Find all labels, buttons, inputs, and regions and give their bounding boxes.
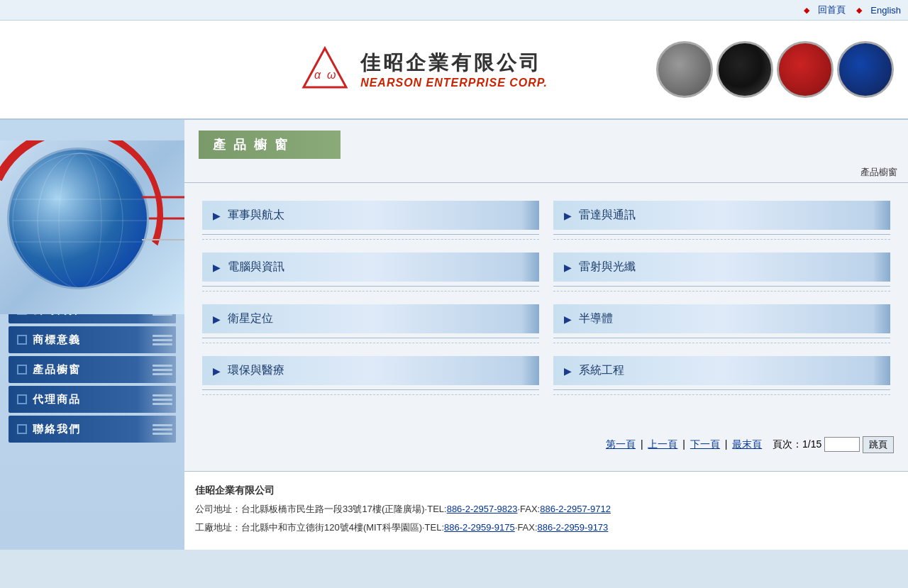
product-arrow-icon: ▶ (213, 210, 221, 221)
sidebar-lines-products (153, 365, 172, 375)
header-images (656, 41, 894, 98)
sidebar-square-icon (17, 365, 27, 375)
pagination-separator-1: | (641, 438, 646, 450)
pagination: 第一頁 | 上一頁 | 下一頁 | 最末頁 頁次：1/15 跳頁 (184, 426, 908, 464)
footer-tel1-link[interactable]: 886-2-2957-9823 (447, 504, 518, 514)
svg-marker-0 (304, 48, 346, 87)
product-item-military: ▶ 軍事與航太 (202, 201, 539, 240)
separator2-military (202, 239, 539, 240)
product-label-semiconductor: 半導體 (579, 311, 613, 326)
footer-tel2-link[interactable]: 886-2-2959-9175 (444, 522, 515, 533)
svg-text:α: α (314, 69, 321, 81)
next-page-link[interactable]: 下一頁 (690, 438, 720, 450)
product-label-gps: 衛星定位 (228, 311, 273, 326)
prev-page-link[interactable]: 上一頁 (648, 438, 677, 450)
product-btn-laser[interactable]: ▶ 雷射與光纖 (553, 253, 890, 282)
separator-computer (202, 286, 539, 287)
product-item-radar: ▶ 雷達與通訊 (553, 201, 890, 240)
sidebar-label-trademark: 商標意義 (33, 333, 81, 347)
product-arrow-icon: ▶ (564, 262, 572, 273)
logo-area: α ω 佳昭企業有限公司 NEARSON ENTERPRISE CORP. (192, 45, 656, 94)
page-title: 產 品 櫥 窗 (199, 131, 340, 159)
product-btn-environment[interactable]: ▶ 環保與醫療 (202, 356, 539, 385)
product-col-right: ▶ 雷達與通訊 ▶ 雷射與光纖 ▶ (546, 197, 897, 411)
product-btn-semiconductor[interactable]: ▶ 半導體 (553, 304, 890, 333)
sidebar-square-icon (17, 394, 27, 404)
top-bar: ◆ 回首頁 ◆ English (0, 0, 908, 21)
footer-company-name: 佳昭企業有限公司 (195, 482, 897, 498)
svg-text:ω: ω (327, 69, 336, 81)
sidebar-label-contact: 聯絡我們 (33, 423, 81, 436)
product-item-systems: ▶ 系統工程 (553, 356, 890, 395)
product-btn-radar[interactable]: ▶ 雷達與通訊 (553, 201, 890, 230)
separator2-gps (202, 343, 539, 343)
english-arrow-icon: ◆ (856, 6, 862, 15)
breadcrumb-text: 產品櫥窗 (860, 167, 897, 177)
product-btn-gps[interactable]: ▶ 衛星定位 (202, 304, 539, 333)
english-link[interactable]: English (870, 5, 901, 16)
separator-environment (202, 389, 539, 390)
page-jump-input[interactable] (824, 437, 860, 452)
company-name-chinese: 佳昭企業有限公司 (360, 50, 548, 77)
sidebar-item-products[interactable]: 產品櫥窗 (9, 356, 176, 383)
product-arrow-icon: ▶ (213, 314, 221, 325)
sidebar-lines-contact (153, 424, 172, 435)
header-image-1 (656, 41, 713, 98)
separator2-computer (202, 291, 539, 292)
sidebar-item-trademark[interactable]: 商標意義 (9, 326, 176, 353)
separator-military (202, 234, 539, 235)
product-item-computer: ▶ 電腦與資訊 (202, 253, 539, 292)
separator2-environment (202, 394, 539, 395)
product-label-military: 軍事與航太 (228, 208, 284, 223)
separator-semiconductor (553, 338, 890, 338)
product-label-computer: 電腦與資訊 (228, 260, 284, 274)
logo-triangle-icon: α ω (300, 45, 350, 94)
separator2-laser (553, 291, 890, 292)
sidebar-lines-agency (153, 394, 172, 405)
separator2-systems (553, 394, 890, 395)
product-item-gps: ▶ 衛星定位 (202, 304, 539, 343)
product-grid: ▶ 軍事與航太 ▶ 電腦與資訊 ▶ (184, 183, 908, 426)
separator2-semiconductor (553, 343, 890, 343)
product-item-laser: ▶ 雷射與光纖 (553, 253, 890, 292)
product-label-laser: 雷射與光纖 (579, 260, 636, 274)
product-item-semiconductor: ▶ 半導體 (553, 304, 890, 343)
pagination-separator-2: | (682, 438, 688, 450)
footer: 佳昭企業有限公司 公司地址：台北縣板橋市民生路一段33號17樓(正隆廣場)·TE… (184, 471, 908, 550)
header-image-4 (837, 41, 894, 98)
sidebar-item-agency[interactable]: 代理商品 (9, 386, 176, 413)
product-btn-systems[interactable]: ▶ 系統工程 (553, 356, 890, 385)
sidebar-label-products: 產品櫥窗 (33, 363, 81, 377)
sidebar-label-agency: 代理商品 (33, 393, 81, 406)
footer-fax1-link[interactable]: 886-2-2957-9712 (540, 504, 611, 514)
product-btn-computer[interactable]: ▶ 電腦與資訊 (202, 253, 539, 282)
product-label-environment: 環保與醫療 (228, 363, 284, 378)
home-arrow-icon: ◆ (804, 6, 809, 15)
last-page-link[interactable]: 最末頁 (732, 438, 762, 450)
product-arrow-icon: ▶ (564, 314, 572, 325)
product-arrow-icon: ▶ (564, 365, 572, 377)
header: α ω 佳昭企業有限公司 NEARSON ENTERPRISE CORP. (0, 21, 908, 120)
separator-gps (202, 338, 539, 338)
page-jump-button[interactable]: 跳頁 (863, 436, 894, 453)
header-image-3 (777, 41, 834, 98)
footer-fax2-link[interactable]: 886-2-2959-9173 (538, 522, 609, 533)
pagination-separator-3: | (725, 438, 731, 450)
product-arrow-icon: ▶ (564, 210, 572, 221)
globe-decoration (0, 140, 184, 314)
product-label-systems: 系統工程 (579, 363, 624, 378)
separator-systems (553, 389, 890, 390)
product-arrow-icon: ▶ (213, 365, 221, 377)
product-item-environment: ▶ 環保與醫療 (202, 356, 539, 395)
page-info-text (767, 438, 770, 450)
separator-laser (553, 286, 890, 287)
home-link[interactable]: 回首頁 (818, 4, 846, 16)
product-label-radar: 雷達與通訊 (579, 208, 636, 223)
content-area: 產 品 櫥 窗 產品櫥窗 ▶ 軍事與航太 ▶ 電 (184, 120, 908, 550)
company-name-english: NEARSON ENTERPRISE CORP. (360, 77, 548, 89)
sidebar-item-contact[interactable]: 聯絡我們 (9, 416, 176, 443)
main-wrapper: 公司簡介 商標意義 產品櫥窗 (0, 120, 908, 550)
globe-lines-svg (0, 140, 184, 314)
product-btn-military[interactable]: ▶ 軍事與航太 (202, 201, 539, 230)
first-page-link[interactable]: 第一頁 (606, 438, 636, 450)
